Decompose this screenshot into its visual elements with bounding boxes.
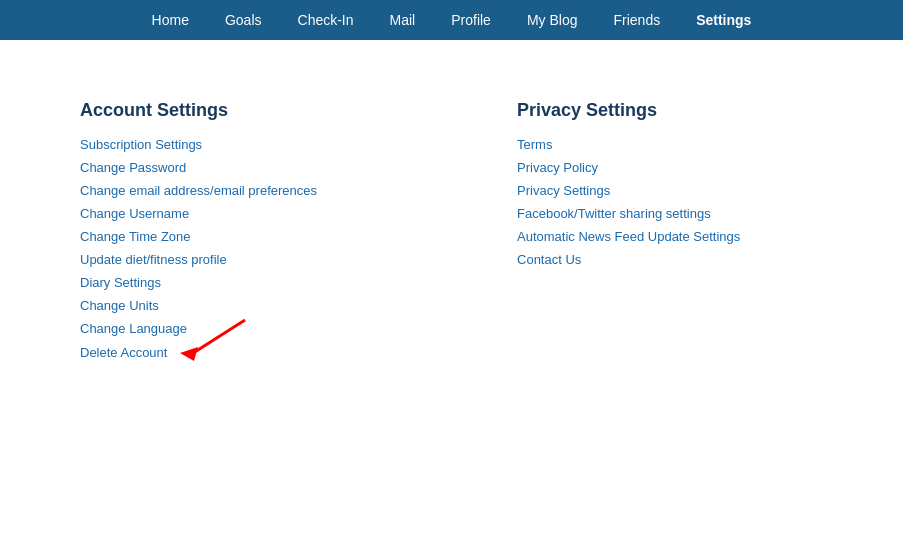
privacy-link-1[interactable]: Privacy Policy — [517, 160, 740, 175]
svg-marker-1 — [180, 347, 198, 361]
nav-item-profile[interactable]: Profile — [433, 0, 509, 40]
nav-item-goals[interactable]: Goals — [207, 0, 280, 40]
account-link-1[interactable]: Change Password — [80, 160, 317, 175]
nav-item-friends[interactable]: Friends — [595, 0, 678, 40]
privacy-link-0[interactable]: Terms — [517, 137, 740, 152]
account-link-3[interactable]: Change Username — [80, 206, 317, 221]
account-link-2[interactable]: Change email address/email preferences — [80, 183, 317, 198]
account-link-4[interactable]: Change Time Zone — [80, 229, 317, 244]
nav-item-my-blog[interactable]: My Blog — [509, 0, 596, 40]
account-settings-title: Account Settings — [80, 100, 317, 121]
account-link-0[interactable]: Subscription Settings — [80, 137, 317, 152]
account-link-5[interactable]: Update diet/fitness profile — [80, 252, 317, 267]
privacy-link-4[interactable]: Automatic News Feed Update Settings — [517, 229, 740, 244]
page-content: Account Settings Subscription SettingsCh… — [0, 40, 903, 428]
account-link-6[interactable]: Diary Settings — [80, 275, 317, 290]
nav-item-check-in[interactable]: Check-In — [280, 0, 372, 40]
privacy-link-3[interactable]: Facebook/Twitter sharing settings — [517, 206, 740, 221]
main-nav: HomeGoalsCheck-InMailProfileMy BlogFrien… — [0, 0, 903, 40]
nav-item-mail[interactable]: Mail — [372, 0, 434, 40]
privacy-link-5[interactable]: Contact Us — [517, 252, 740, 267]
nav-item-settings[interactable]: Settings — [678, 0, 769, 40]
privacy-settings-section: Privacy Settings TermsPrivacy PolicyPriv… — [517, 100, 740, 368]
privacy-link-2[interactable]: Privacy Settings — [517, 183, 740, 198]
account-settings-section: Account Settings Subscription SettingsCh… — [80, 100, 317, 368]
nav-item-home[interactable]: Home — [134, 0, 207, 40]
account-link-delete-account[interactable]: Delete Account — [80, 345, 167, 360]
privacy-settings-title: Privacy Settings — [517, 100, 740, 121]
account-link-8[interactable]: Change Language — [80, 321, 317, 336]
account-link-7[interactable]: Change Units — [80, 298, 317, 313]
